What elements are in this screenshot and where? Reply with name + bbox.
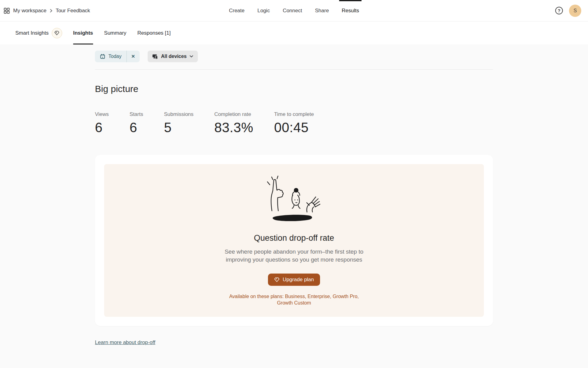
- stat-label: Completion rate: [214, 111, 253, 117]
- tab-summary[interactable]: Summary: [104, 21, 126, 44]
- upgrade-plan-label: Upgrade plan: [283, 277, 314, 283]
- workspace-grid-icon[interactable]: [4, 8, 10, 14]
- avatar[interactable]: S: [569, 5, 581, 17]
- primary-nav: Create Logic Connect Share Results: [228, 0, 360, 21]
- learn-more-link[interactable]: Learn more about drop-off: [95, 339, 155, 346]
- dropoff-title: Question drop-off rate: [254, 233, 334, 243]
- date-filter-label: Today: [108, 54, 122, 59]
- tab-insights[interactable]: Insights: [73, 21, 93, 44]
- stat-value: 6: [130, 120, 143, 135]
- nav-create[interactable]: Create: [228, 0, 245, 21]
- nav-logic[interactable]: Logic: [257, 0, 271, 21]
- filter-section-divider: [95, 69, 493, 70]
- tab-responses[interactable]: Responses [1]: [138, 21, 171, 44]
- stat-label: Time to complete: [274, 111, 314, 117]
- plans-note: Available on these plans: Business, Ente…: [227, 293, 361, 306]
- stat-value: 83.3%: [214, 120, 253, 135]
- device-filter-dropdown[interactable]: All devices: [148, 51, 198, 62]
- stat-starts: Starts 6: [130, 111, 143, 135]
- breadcrumb: My workspace Tour Feedback: [4, 8, 90, 14]
- hands-illustration: [263, 174, 325, 223]
- stat-time-to-complete: Time to complete 00:45: [274, 111, 314, 135]
- header-actions: ? S: [555, 5, 581, 17]
- date-filter-chip: Today ✕: [95, 51, 140, 62]
- devices-icon: [152, 54, 158, 59]
- help-icon[interactable]: ?: [555, 7, 563, 14]
- stat-submissions: Submissions 5: [164, 111, 193, 135]
- stat-completion-rate: Completion rate 83.3%: [214, 111, 253, 135]
- stat-label: Submissions: [164, 111, 193, 117]
- dropoff-card: Question drop-off rate See where people …: [95, 155, 493, 326]
- calendar-icon: [100, 54, 105, 59]
- breadcrumb-chevron-icon: [50, 9, 52, 13]
- filter-row: Today ✕ All devices: [95, 51, 493, 62]
- stat-views: Views 6: [95, 111, 109, 135]
- stat-value: 6: [95, 120, 109, 135]
- breadcrumb-workspace[interactable]: My workspace: [13, 8, 47, 14]
- tab-smart-insights[interactable]: Smart Insights: [15, 21, 62, 44]
- stats-row: Views 6 Starts 6 Submissions 5 Completio…: [95, 111, 493, 135]
- device-filter-label: All devices: [161, 54, 187, 59]
- diamond-icon: [274, 277, 280, 282]
- gem-icon: [52, 28, 62, 38]
- stat-label: Views: [95, 111, 109, 117]
- dropoff-description: See where people abandon your form–the f…: [211, 248, 377, 264]
- chevron-down-icon: [190, 55, 193, 58]
- top-header: My workspace Tour Feedback Create Logic …: [0, 0, 588, 21]
- dropoff-card-panel: Question drop-off rate See where people …: [104, 164, 484, 317]
- insights-main: Today ✕ All devices: [95, 44, 493, 346]
- date-filter-button[interactable]: Today: [95, 51, 126, 62]
- stat-label: Starts: [130, 111, 143, 117]
- stat-value: 5: [164, 120, 193, 135]
- nav-share[interactable]: Share: [314, 0, 329, 21]
- big-picture-title: Big picture: [95, 84, 493, 94]
- tab-smart-insights-label: Smart Insights: [15, 30, 49, 36]
- stat-value: 00:45: [274, 120, 314, 135]
- breadcrumb-form-name[interactable]: Tour Feedback: [56, 8, 90, 14]
- upgrade-plan-button[interactable]: Upgrade plan: [268, 274, 320, 286]
- nav-results[interactable]: Results: [341, 0, 360, 21]
- close-icon: ✕: [131, 54, 135, 59]
- clear-date-filter-button[interactable]: ✕: [127, 51, 140, 62]
- results-tabbar: Smart Insights Insights Summary Response…: [0, 21, 588, 44]
- nav-connect[interactable]: Connect: [282, 0, 303, 21]
